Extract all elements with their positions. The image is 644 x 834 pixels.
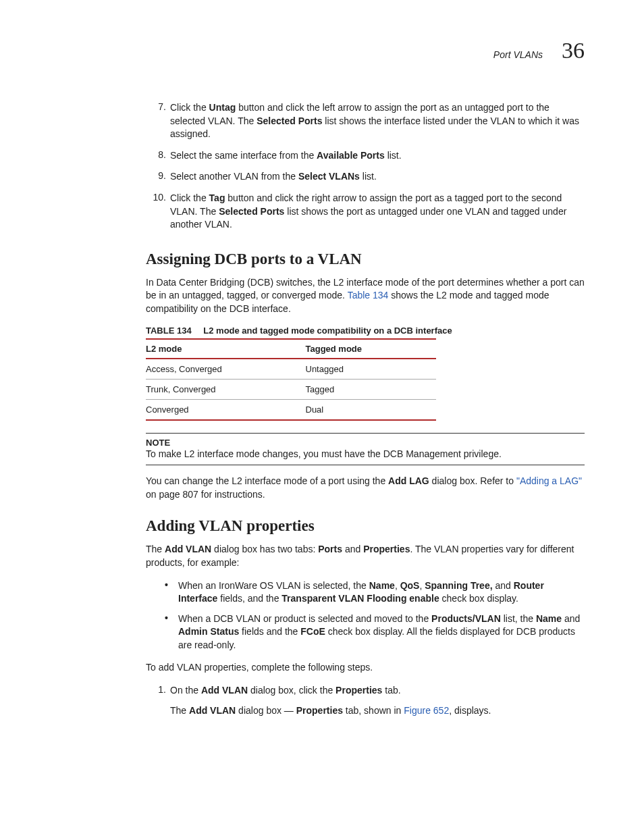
table-cell: Tagged [306,379,437,399]
cross-ref-link[interactable]: "Adding a LAG" [516,475,582,486]
step-8: 8. Select the same interface from the Av… [59,149,585,163]
step-number: 1. [146,684,170,717]
table-row: Converged Dual [146,399,436,420]
paragraph: You can change the L2 interface mode of … [146,475,585,501]
table-caption: TABLE 134 L2 mode and tagged mode compat… [146,325,585,336]
chapter-number: 36 [562,38,585,63]
table-row: Trunk, Converged Tagged [146,379,436,399]
step-1: 1. On the Add VLAN dialog box, click the… [59,684,585,717]
table-title: L2 mode and tagged mode compatibility on… [203,325,452,336]
cross-ref-link[interactable]: Figure 652 [404,705,449,716]
ui-element-ref: Select VLANs [298,171,360,182]
step-text: Click the Tag button and click the right… [170,192,585,232]
paragraph: To add VLAN properties, complete the fol… [146,661,585,675]
table-cell: Trunk, Converged [146,379,306,399]
step-number: 10. [146,192,170,232]
table-label: TABLE 134 [146,325,192,336]
cross-ref-link[interactable]: Table 134 [348,290,389,301]
bullet-icon: • [165,579,178,606]
page-header: Port VLANs 36 [59,38,585,63]
ui-element-ref: Selected Ports [219,206,284,217]
table-cell: Dual [306,399,437,420]
bullet-text: When a DCB VLAN or product is selected a… [178,613,585,652]
ui-element-ref: Ports [318,544,342,554]
step-number: 9. [146,170,170,184]
ui-element-ref: Tag [209,192,225,203]
step-substep: The Add VLAN dialog box — Properties tab… [170,704,585,718]
table-cell: Untagged [306,359,437,380]
ui-element-ref: Available Ports [317,150,385,161]
note-label: NOTE [146,438,585,448]
ui-element-ref: Untag [209,102,236,113]
paragraph: In Data Center Bridging (DCB) switches, … [146,276,585,316]
bullet-text: When an IronWare OS VLAN is selected, th… [178,579,585,606]
note-block: NOTE To make L2 interface mode changes, … [146,433,585,466]
bullet-icon: • [165,613,178,652]
procedure-steps: 1. On the Add VLAN dialog box, click the… [59,684,585,717]
list-item: • When a DCB VLAN or product is selected… [146,613,585,652]
table-header-row: L2 mode Tagged mode [146,339,436,359]
ui-element-ref: Add VLAN [201,685,248,696]
step-7: 7. Click the Untag button and click the … [59,101,585,141]
table-cell: Access, Converged [146,359,306,380]
heading-assigning-dcb: Assigning DCB ports to a VLAN [146,251,585,268]
step-number: 8. [146,149,170,163]
table-header-cell: Tagged mode [306,339,437,359]
ui-element-ref: Add VLAN [189,705,236,716]
heading-adding-vlan-properties: Adding VLAN properties [146,517,585,535]
list-item: • When an IronWare OS VLAN is selected, … [146,579,585,606]
procedure-steps: 7. Click the Untag button and click the … [59,101,585,232]
bullet-list: • When an IronWare OS VLAN is selected, … [146,579,585,652]
ui-element-ref: Add LAG [388,475,429,486]
table-cell: Converged [146,399,306,420]
step-text: Select another VLAN from the Select VLAN… [170,170,585,184]
step-number: 7. [146,101,170,141]
ui-element-ref: Selected Ports [257,115,322,126]
ui-element-ref: Properties [336,685,382,696]
step-9: 9. Select another VLAN from the Select V… [59,170,585,184]
paragraph: The Add VLAN dialog box has two tabs: Po… [146,543,585,569]
step-text: Select the same interface from the Avail… [170,149,585,163]
step-text: On the Add VLAN dialog box, click the Pr… [170,684,585,717]
step-10: 10. Click the Tag button and click the r… [59,192,585,232]
note-text: To make L2 interface mode changes, you m… [146,448,585,461]
ui-element-ref: Add VLAN [165,544,211,554]
section-title: Port VLANs [493,49,543,60]
table-header-cell: L2 mode [146,339,306,359]
table-row: Access, Converged Untagged [146,359,436,380]
ui-element-ref: Properties [296,705,343,716]
ui-element-ref: Properties [363,544,410,554]
step-text: Click the Untag button and click the lef… [170,101,585,141]
table-134: L2 mode Tagged mode Access, Converged Un… [146,338,436,421]
